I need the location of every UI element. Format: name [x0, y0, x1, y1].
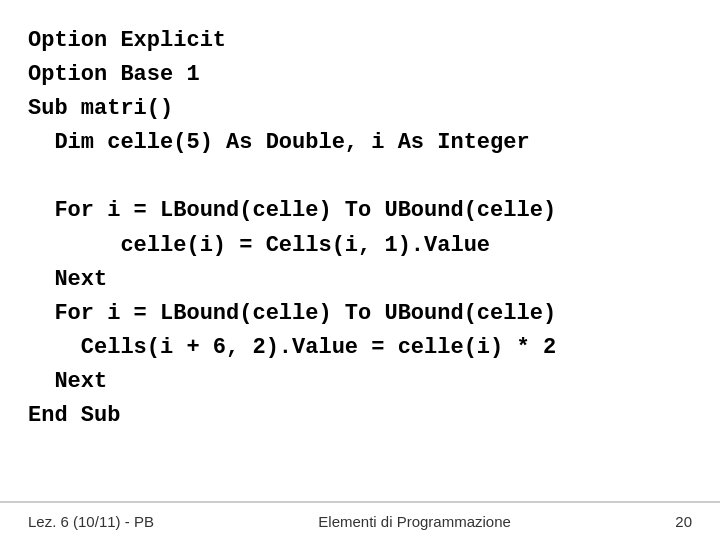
- footer-right: 20: [675, 513, 692, 530]
- footer: Lez. 6 (10/11) - PB Elementi di Programm…: [0, 501, 720, 540]
- footer-center: Elementi di Programmazione: [318, 513, 511, 530]
- slide: Option Explicit Option Base 1 Sub matri(…: [0, 0, 720, 540]
- footer-left: Lez. 6 (10/11) - PB: [28, 513, 154, 530]
- code-block: Option Explicit Option Base 1 Sub matri(…: [28, 24, 692, 433]
- code-area: Option Explicit Option Base 1 Sub matri(…: [0, 0, 720, 501]
